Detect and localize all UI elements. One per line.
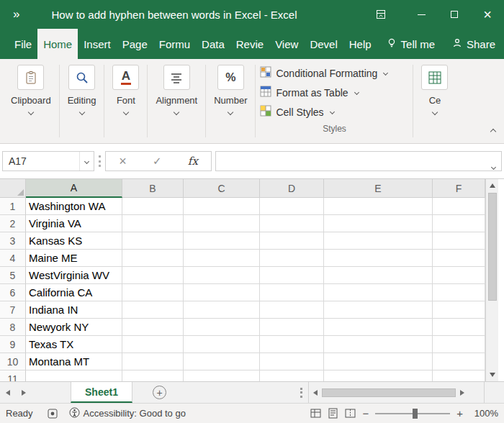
row-header-5[interactable]: 5	[0, 267, 26, 284]
expand-formula-bar-icon[interactable]	[492, 159, 495, 172]
column-header-F[interactable]: F	[433, 179, 485, 198]
cell-B2[interactable]	[122, 215, 184, 232]
minimize-button[interactable]	[405, 0, 438, 29]
cell-C4[interactable]	[184, 250, 260, 267]
tab-view[interactable]: View	[269, 29, 304, 59]
cell-D10[interactable]	[260, 353, 324, 370]
row-header-1[interactable]: 1	[0, 198, 26, 215]
scroll-up-icon[interactable]	[490, 179, 495, 192]
page-break-preview-icon[interactable]	[345, 408, 356, 419]
column-header-C[interactable]: C	[184, 179, 260, 198]
tab-help[interactable]: Help	[343, 29, 377, 59]
ribbon-group-number[interactable]: % Number	[206, 63, 255, 116]
cell-F3[interactable]	[433, 232, 485, 250]
tab-home[interactable]: Home	[37, 29, 78, 59]
cell-C6[interactable]	[184, 284, 260, 301]
insert-function-button[interactable]: fx	[188, 155, 198, 168]
tab-developer[interactable]: Devel	[304, 29, 343, 59]
horizontal-scrollbar-thumb[interactable]	[322, 388, 456, 397]
cell-B3[interactable]	[122, 232, 184, 250]
cell-F5[interactable]	[433, 267, 485, 284]
cell-F4[interactable]	[433, 250, 485, 267]
tab-page-layout[interactable]: Page	[117, 29, 153, 59]
cell-B10[interactable]	[122, 353, 184, 370]
row-header-9[interactable]: 9	[0, 336, 26, 353]
tell-me-button[interactable]: Tell me	[380, 29, 441, 59]
accessibility-status[interactable]: Accessibility: Good to go	[69, 407, 186, 420]
horizontal-scrollbar[interactable]	[308, 382, 484, 403]
close-button[interactable]	[471, 0, 504, 29]
row-header-10[interactable]: 10	[0, 353, 26, 370]
cell-B9[interactable]	[122, 336, 184, 353]
cell-A4[interactable]: Maine ME	[26, 250, 122, 267]
cell-F9[interactable]	[433, 336, 485, 353]
cell-A5[interactable]: WestVirginia WV	[26, 267, 122, 284]
cell-E5[interactable]	[324, 267, 433, 284]
sheet-nav-right-icon[interactable]	[16, 382, 32, 403]
cell-B4[interactable]	[122, 250, 184, 267]
cell-E1[interactable]	[324, 198, 433, 215]
cell-D3[interactable]	[260, 232, 324, 250]
cell-C9[interactable]	[184, 336, 260, 353]
cell-C3[interactable]	[184, 232, 260, 250]
name-box-dropdown-icon[interactable]	[79, 152, 94, 170]
cell-D5[interactable]	[260, 267, 324, 284]
cell-F1[interactable]	[433, 198, 485, 215]
cell-F7[interactable]	[433, 301, 485, 319]
cell-D1[interactable]	[260, 198, 324, 215]
cell-E6[interactable]	[324, 284, 433, 301]
cell-B1[interactable]	[122, 198, 184, 215]
formula-bar-splitter[interactable]	[99, 155, 101, 167]
ribbon-group-clipboard[interactable]: Clipboard	[3, 63, 59, 116]
cell-A1[interactable]: Washington WA	[26, 198, 122, 215]
cell-D8[interactable]	[260, 319, 324, 336]
cell-D9[interactable]	[260, 336, 324, 353]
row-header-6[interactable]: 6	[0, 284, 26, 301]
tab-formulas[interactable]: Formu	[153, 29, 196, 59]
page-layout-view-icon[interactable]	[328, 408, 338, 419]
sheet-nav-left-icon[interactable]	[0, 382, 16, 403]
collapse-ribbon-button[interactable]	[491, 124, 495, 137]
cell-A11[interactable]	[26, 370, 122, 381]
formula-input[interactable]	[215, 151, 502, 171]
cell-E8[interactable]	[324, 319, 433, 336]
cell-B6[interactable]	[122, 284, 184, 301]
zoom-level[interactable]: 100%	[469, 408, 498, 419]
cell-A6[interactable]: California CA	[26, 284, 122, 301]
cell-C8[interactable]	[184, 319, 260, 336]
cell-E3[interactable]	[324, 232, 433, 250]
zoom-out-button[interactable]: −	[362, 407, 369, 419]
cell-styles-button[interactable]: Cell Styles	[260, 102, 408, 122]
zoom-slider-thumb[interactable]	[413, 409, 418, 419]
cell-B5[interactable]	[122, 267, 184, 284]
tab-review[interactable]: Revie	[230, 29, 269, 59]
ribbon-display-options-icon[interactable]	[364, 0, 397, 29]
cell-C11[interactable]	[184, 370, 260, 381]
ribbon-group-font[interactable]: A Font	[104, 63, 147, 116]
quick-access-toolbar-icon[interactable]: »	[13, 7, 19, 22]
row-header-3[interactable]: 3	[0, 232, 26, 250]
cell-F6[interactable]	[433, 284, 485, 301]
sheet-tab-sheet1[interactable]: Sheet1	[71, 382, 132, 403]
cell-C7[interactable]	[184, 301, 260, 319]
maximize-button[interactable]	[438, 0, 471, 29]
zoom-slider[interactable]	[375, 413, 450, 414]
conditional-formatting-button[interactable]: Conditional Formatting	[260, 63, 408, 83]
ribbon-group-cells[interactable]: Ce	[413, 63, 456, 116]
cell-C5[interactable]	[184, 267, 260, 284]
cell-A9[interactable]: Texas TX	[26, 336, 122, 353]
cell-E4[interactable]	[324, 250, 433, 267]
cell-C2[interactable]	[184, 215, 260, 232]
enter-icon[interactable]	[153, 155, 162, 168]
cell-F11[interactable]	[433, 370, 485, 381]
column-header-D[interactable]: D	[260, 179, 324, 198]
cell-A3[interactable]: Kansas KS	[26, 232, 122, 250]
tab-insert[interactable]: Insert	[78, 29, 117, 59]
scroll-right-icon[interactable]	[456, 390, 469, 396]
tab-data[interactable]: Data	[196, 29, 230, 59]
row-header-11[interactable]: 11	[0, 370, 26, 381]
cell-D4[interactable]	[260, 250, 324, 267]
cell-D6[interactable]	[260, 284, 324, 301]
cell-A8[interactable]: Newyork NY	[26, 319, 122, 336]
cell-E9[interactable]	[324, 336, 433, 353]
